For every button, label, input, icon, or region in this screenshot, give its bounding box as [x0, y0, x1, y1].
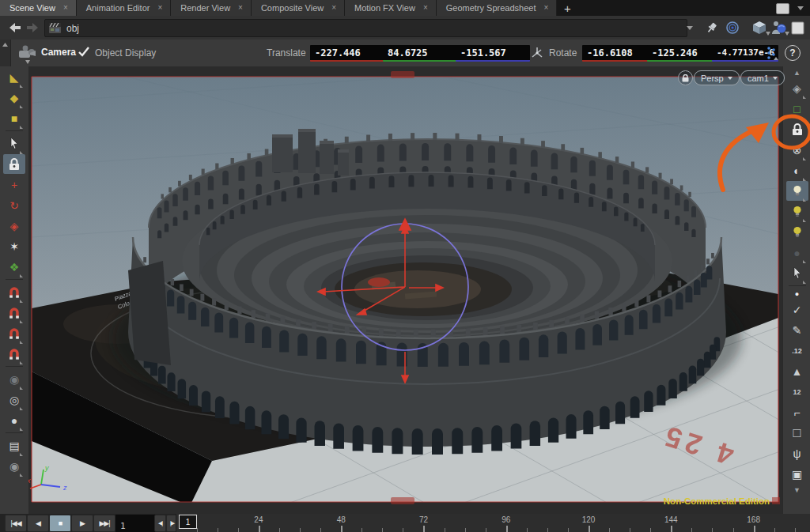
box-tool[interactable]: ■	[3, 108, 25, 128]
path-history-dropdown[interactable]	[683, 20, 696, 36]
point-numbers-button[interactable]: .12	[786, 341, 808, 360]
point-trail-button[interactable]: ✓	[786, 300, 808, 319]
tab-render-view[interactable]: Render View ×	[171, 0, 252, 16]
snap-grid-tool[interactable]	[3, 282, 25, 302]
camera-node-icon[interactable]	[17, 45, 38, 63]
tab-geometry-spreadsheet[interactable]: Geometry Spreadsheet ×	[437, 0, 558, 16]
prim-hulls-button[interactable]: ▲	[786, 361, 808, 381]
submenu-corner	[20, 338, 23, 344]
keyframe-scope-icon[interactable]	[766, 46, 778, 62]
translate-z-field[interactable]: -151.567	[456, 45, 530, 62]
visible-select-button[interactable]	[786, 263, 808, 283]
movie-render-tool[interactable]: ◉	[3, 456, 25, 476]
translate-x-field[interactable]: -227.446	[310, 45, 384, 62]
add-tab-button[interactable]: +	[557, 0, 577, 16]
hide-export-button[interactable]: ⊗	[786, 140, 808, 160]
snap-magnet-icon	[8, 347, 21, 360]
tab-label: Geometry Spreadsheet	[446, 3, 536, 13]
back-button[interactable]	[6, 20, 22, 36]
point-normals-button[interactable]: ✎	[786, 320, 808, 340]
pane-maximize-icon[interactable]	[776, 3, 789, 14]
grid-toggle-button[interactable]: ▣	[786, 464, 808, 484]
tab-animation-editor[interactable]: Animation Editor ×	[77, 0, 172, 16]
scroll-up-button[interactable]: ▲	[786, 67, 808, 77]
stop-button[interactable]: ■	[49, 515, 71, 532]
handles-tool[interactable]: ❖	[3, 257, 25, 277]
timeline-frame-label: 48	[337, 515, 346, 524]
lock-camera-button[interactable]	[786, 119, 808, 139]
show-points-button[interactable]: ●	[786, 289, 808, 299]
play-forward-button[interactable]: ▶	[71, 515, 93, 532]
rotate-x-field[interactable]: -16.6108	[582, 45, 649, 62]
display-options-button[interactable]: ◈	[786, 78, 808, 98]
layout-pane-tool[interactable]: ◣	[3, 67, 25, 87]
close-icon[interactable]: ×	[331, 4, 336, 12]
follow-target-icon[interactable]	[725, 20, 740, 36]
timeline-tick	[527, 528, 528, 532]
scale-tool[interactable]: ◈	[3, 216, 25, 236]
timeline-tick	[445, 528, 445, 532]
jump-to-end-button[interactable]: ▶▶|	[93, 515, 115, 532]
flipbook-tool[interactable]: ●	[3, 410, 25, 430]
border-handle-corner[interactable]	[772, 497, 780, 504]
prim-numbers-button[interactable]: 12	[786, 382, 808, 402]
prim-normals-button[interactable]: ψ	[786, 443, 808, 463]
colosseum-model[interactable]	[128, 129, 726, 455]
viewport-lock-badge[interactable]	[678, 70, 693, 85]
jump-to-start-button[interactable]: |◀◀	[5, 515, 27, 532]
selection-hull-button[interactable]: ☐	[786, 423, 808, 443]
border-handle-top[interactable]	[391, 71, 414, 78]
object-display-checkbox[interactable]	[78, 46, 90, 60]
character-picker-icon[interactable]	[769, 20, 788, 36]
viewport-3d[interactable]: Piazza d. Colosseo Google 4 25	[28, 66, 782, 514]
snap-objects-tool[interactable]: ◆	[3, 88, 25, 108]
pane-menu-icon[interactable]	[797, 6, 804, 10]
snapshot-tool[interactable]: ▤	[3, 436, 25, 455]
headlight-only-button[interactable]	[786, 202, 808, 221]
step-back-button[interactable]: ◀|	[154, 515, 166, 532]
pin-icon[interactable]	[704, 20, 720, 36]
select-tool[interactable]	[3, 134, 25, 153]
forward-button[interactable]	[25, 20, 41, 36]
close-icon[interactable]: ×	[63, 4, 68, 12]
timeline[interactable]: 1 24487296120144168	[176, 514, 810, 532]
pane-tab-bar: Scene View × Animation Editor × Render V…	[0, 0, 810, 16]
snap-primitive-tool[interactable]	[3, 303, 25, 323]
normal-lighting-button[interactable]	[786, 181, 808, 201]
collapse-bar[interactable]	[0, 40, 11, 66]
displacement-button[interactable]: ●	[786, 243, 808, 262]
tab-scene-view[interactable]: Scene View ×	[0, 0, 77, 16]
profiles-button[interactable]: ⌐	[786, 402, 808, 422]
close-icon[interactable]: ×	[238, 4, 243, 12]
close-icon[interactable]: ×	[423, 4, 428, 12]
path-field[interactable]: obj	[44, 19, 687, 37]
secure-selection-toggle[interactable]	[3, 154, 25, 174]
translate-y-field[interactable]: 84.6725	[383, 45, 457, 62]
tab-composite-view[interactable]: Composite View ×	[252, 0, 345, 16]
shading-mode-button[interactable]: ◐	[786, 160, 808, 180]
snap-points-tool[interactable]	[3, 323, 25, 343]
geometry-cube-icon[interactable]	[750, 20, 769, 36]
display-options-icon: ◈	[793, 83, 801, 94]
close-icon[interactable]: ×	[157, 4, 162, 12]
help-icon[interactable]: ?	[785, 45, 801, 61]
high-quality-lighting-button[interactable]	[786, 222, 808, 242]
camera-select-menu[interactable]: cam1	[740, 70, 785, 85]
ghost-other-objects-button[interactable]: □	[786, 99, 808, 119]
frame-number-field[interactable]: 1	[115, 515, 157, 532]
view-tool[interactable]: ◉	[3, 369, 25, 389]
tab-motion-fx-view[interactable]: Motion FX View ×	[345, 0, 437, 16]
scroll-down-button[interactable]: ▼	[786, 485, 808, 495]
render-region-tool[interactable]: ◎	[3, 390, 25, 409]
translate-tool[interactable]: +	[3, 175, 25, 194]
close-icon[interactable]: ×	[543, 4, 548, 12]
play-reverse-button[interactable]: ◀	[27, 515, 49, 532]
rotate-tool[interactable]: ↻	[3, 195, 25, 215]
snap-magnet-tool[interactable]	[3, 344, 25, 364]
rotate-y-field[interactable]: -125.246	[647, 45, 713, 62]
view-menu-persp[interactable]: Persp	[694, 70, 740, 85]
current-frame-marker[interactable]: 1	[179, 515, 197, 529]
border-handle-bottom[interactable]	[391, 497, 414, 504]
pose-tool[interactable]: ✶	[3, 236, 25, 256]
floating-pane-icon[interactable]	[789, 20, 805, 36]
